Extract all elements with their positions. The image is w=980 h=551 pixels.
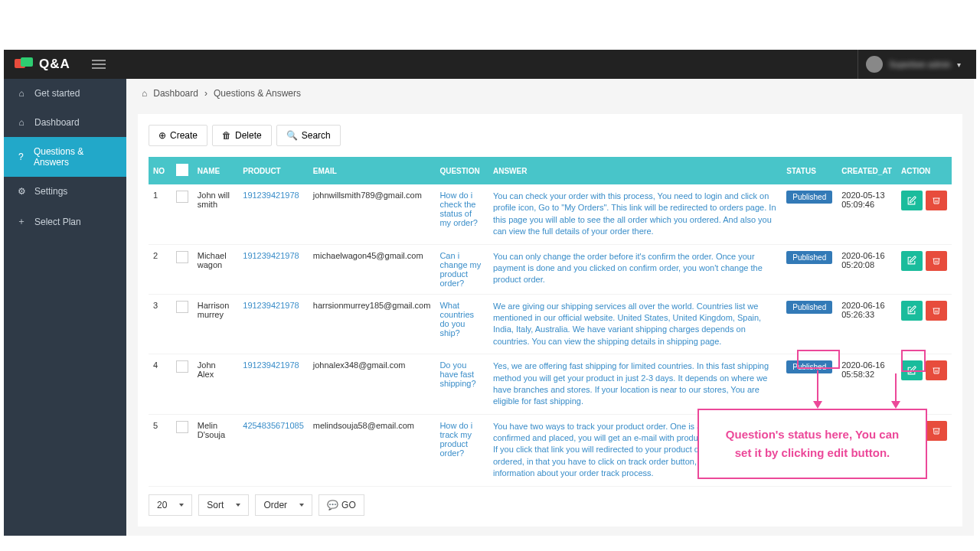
cell-name: John will smith (193, 184, 239, 244)
breadcrumb: ⌂ Dashboard › Questions & Answers (126, 79, 974, 108)
callout-line2: set it by clicking edit button. (717, 444, 907, 462)
cell-no: 4 (149, 354, 172, 415)
sidebar-item-dashboard[interactable]: ⌂Dashboard (4, 108, 126, 137)
sidebar-item-questions[interactable]: ?Questions & Answers (4, 137, 126, 177)
cell-name: Michael wagon (193, 244, 239, 294)
order-select[interactable]: Order (255, 494, 312, 516)
pager: 20 Sort Order 💬GO (149, 494, 952, 516)
sidebar-item-label: Dashboard (34, 117, 80, 128)
delete-row-button[interactable] (926, 251, 947, 271)
per-page-select[interactable]: 20 (149, 494, 192, 516)
comment-icon: 💬 (327, 500, 338, 510)
breadcrumb-home[interactable]: Dashboard (153, 88, 198, 99)
table-row: 4John Alex191239421978johnalex348@gmail.… (149, 354, 952, 415)
edit-button[interactable] (901, 191, 923, 210)
callout-box: Question's status here, You can set it b… (697, 409, 927, 479)
cell-product: 191239421978 (238, 354, 309, 415)
cell-check (172, 184, 193, 244)
sidebar-item-label: Settings (34, 186, 67, 197)
search-icon: 🔍 (286, 130, 298, 141)
edit-button[interactable] (901, 251, 923, 271)
col-question: QUESTION (435, 157, 488, 184)
row-checkbox[interactable] (176, 360, 188, 373)
cell-name: Harrison murrey (193, 294, 239, 354)
home-icon: ⌂ (16, 88, 27, 99)
toolbar: ⊕Create 🗑Delete 🔍Search (149, 125, 952, 146)
cell-check (172, 354, 193, 415)
product-link[interactable]: 191239421978 (243, 191, 299, 200)
trash-icon: 🗑 (222, 130, 231, 141)
sidebar-item-label: Select Plan (34, 217, 81, 227)
cell-check (172, 414, 193, 486)
sidebar-item-select-plan[interactable]: ＋Select Plan (4, 206, 126, 237)
row-checkbox[interactable] (176, 421, 188, 433)
table-row: 1John will smith191239421978johnwillsmit… (149, 184, 952, 244)
cell-question: Do you have fast shipping? (435, 354, 488, 415)
user-menu[interactable]: Superbee admin ▾ (858, 50, 969, 79)
cell-no: 2 (149, 244, 172, 294)
delete-row-button[interactable] (926, 360, 947, 380)
app-name: Q&A (39, 57, 70, 72)
breadcrumb-current: Questions & Answers (214, 88, 301, 99)
sort-select[interactable]: Sort (198, 494, 249, 516)
cell-email: michaelwagon45@gmail.com (309, 244, 436, 294)
menu-toggle-icon[interactable] (92, 57, 106, 71)
cell-name: Melin D'souja (193, 414, 239, 486)
cell-product: 191239421978 (238, 184, 309, 244)
select-all-checkbox[interactable] (176, 164, 188, 176)
product-link[interactable]: 4254835671085 (243, 421, 304, 430)
col-product: PRODUCT (238, 157, 309, 184)
sidebar-item-label: Get started (34, 88, 80, 99)
topbar: Q&A Superbee admin ▾ (4, 50, 976, 79)
row-checkbox[interactable] (176, 251, 188, 263)
sidebar-item-settings[interactable]: ⚙Settings (4, 177, 126, 206)
delete-row-button[interactable] (926, 301, 947, 321)
edit-button[interactable] (901, 301, 923, 321)
chevron-down-icon (179, 504, 184, 507)
app-logo: Q&A (15, 57, 70, 72)
col-answer: ANSWER (488, 157, 782, 184)
cell-question: What countries do you ship? (435, 294, 488, 354)
row-checkbox[interactable] (176, 191, 188, 203)
cell-action (897, 244, 952, 294)
cell-email: harrsionmurrey185@gmail.com (309, 294, 436, 354)
edit-button[interactable] (901, 360, 923, 380)
cell-no: 3 (149, 294, 172, 354)
svg-marker-1 (813, 401, 822, 409)
user-name: Superbee admin (889, 60, 951, 69)
chevron-down-icon (299, 504, 304, 507)
cell-answer: You can only change the order before it'… (488, 244, 782, 294)
cell-question: How do i check the status of my order? (435, 184, 488, 244)
avatar (866, 56, 883, 73)
cell-status: Published (782, 294, 837, 354)
create-button[interactable]: ⊕Create (149, 125, 207, 146)
delete-row-button[interactable] (926, 191, 947, 210)
cell-created: 2020-06-16 05:20:08 (837, 244, 897, 294)
col-no: NO (149, 157, 172, 184)
search-button[interactable]: 🔍Search (276, 125, 341, 146)
sidebar-item-get-started[interactable]: ⌂Get started (4, 79, 126, 108)
cell-check (172, 294, 193, 354)
cell-answer: We are giving our shipping services all … (488, 294, 782, 354)
logo-icon (15, 57, 34, 71)
cell-answer: Yes, we are offering fast shipping for l… (488, 354, 782, 415)
sidebar: ⌂Get started ⌂Dashboard ?Questions & Ans… (4, 79, 126, 536)
chevron-down-icon (236, 504, 240, 507)
product-link[interactable]: 191239421978 (243, 301, 299, 310)
cell-no: 1 (149, 184, 172, 244)
product-link[interactable]: 191239421978 (243, 360, 299, 370)
go-button[interactable]: 💬GO (318, 494, 364, 516)
cell-product: 191239421978 (238, 244, 309, 294)
cell-product: 191239421978 (238, 294, 309, 354)
delete-button[interactable]: 🗑Delete (212, 125, 272, 146)
cell-action (897, 184, 952, 244)
delete-row-button[interactable] (926, 421, 947, 441)
cell-action (897, 354, 952, 415)
product-link[interactable]: 191239421978 (243, 251, 299, 260)
chevron-down-icon: ▾ (957, 60, 961, 69)
cell-action (897, 294, 952, 354)
cell-created: 2020-05-13 05:09:46 (837, 184, 897, 244)
home-icon: ⌂ (142, 88, 147, 99)
question-icon: ? (16, 152, 26, 162)
row-checkbox[interactable] (176, 301, 188, 313)
